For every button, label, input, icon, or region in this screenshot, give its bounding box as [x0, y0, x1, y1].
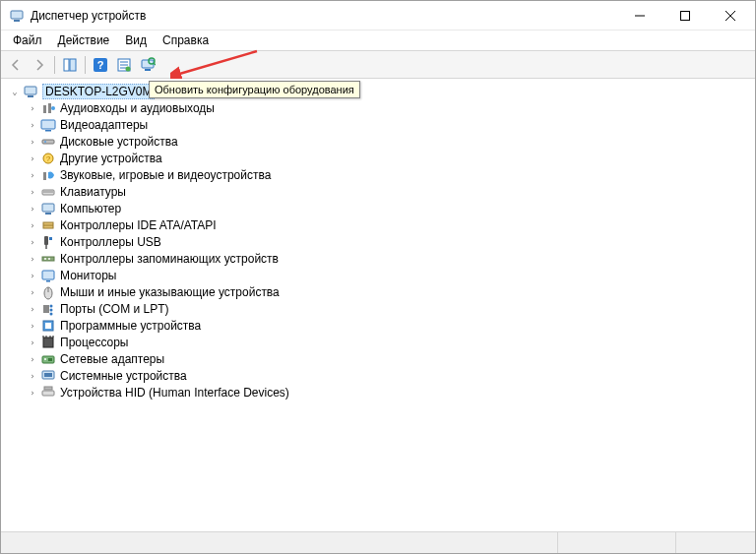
tree-category[interactable]: ›Программные устройства — [3, 317, 755, 334]
menu-view[interactable]: Вид — [117, 31, 155, 49]
status-cell — [558, 532, 676, 553]
computer-icon — [23, 84, 38, 99]
tree-category[interactable]: ›Сетевые адаптеры — [3, 350, 755, 367]
category-label: Контроллеры USB — [60, 235, 161, 249]
tree-category[interactable]: ›Контроллеры USB — [3, 233, 755, 250]
category-icon — [40, 268, 56, 283]
svg-point-14 — [126, 66, 131, 71]
category-label: Дисковые устройства — [60, 135, 178, 149]
expander-icon[interactable]: › — [25, 134, 40, 150]
category-icon — [40, 167, 56, 183]
svg-point-42 — [48, 258, 50, 260]
svg-rect-47 — [43, 305, 49, 313]
svg-rect-39 — [49, 237, 52, 240]
svg-rect-0 — [11, 11, 23, 19]
tree-category[interactable]: ›Порты (COM и LPT) — [3, 300, 755, 317]
expander-icon[interactable]: › — [25, 217, 40, 233]
category-icon — [40, 318, 56, 334]
svg-rect-52 — [45, 323, 51, 329]
back-button[interactable] — [5, 54, 27, 76]
expander-icon[interactable]: › — [25, 284, 40, 300]
tree-root[interactable]: ⌄ DESKTOP-L2GV0M — [3, 83, 755, 99]
tree-category[interactable]: ›?Другие устройства — [3, 150, 755, 166]
expander-icon[interactable]: › — [25, 251, 40, 267]
svg-rect-43 — [42, 271, 54, 279]
expander-icon[interactable]: › — [25, 167, 40, 183]
category-icon — [40, 201, 56, 216]
svg-rect-20 — [25, 87, 36, 94]
expander-icon[interactable]: › — [25, 301, 40, 317]
category-label: Компьютер — [60, 202, 121, 215]
category-label: Сетевые адаптеры — [60, 352, 164, 366]
svg-line-19 — [176, 51, 257, 75]
category-label: Другие устройства — [60, 152, 162, 165]
expander-icon[interactable]: › — [25, 117, 40, 133]
category-icon — [40, 234, 56, 250]
expander-icon[interactable]: › — [25, 335, 40, 350]
category-label: Клавиатуры — [60, 185, 126, 199]
forward-button[interactable] — [29, 54, 50, 76]
svg-rect-22 — [43, 105, 46, 113]
tree-category[interactable]: ›Мыши и иные указывающие устройства — [3, 283, 755, 300]
svg-rect-35 — [45, 213, 51, 215]
tree-category[interactable]: ›Видеоадаптеры — [3, 116, 755, 133]
svg-point-48 — [50, 304, 53, 307]
expander-icon[interactable]: › — [25, 184, 40, 200]
svg-point-41 — [44, 258, 46, 260]
svg-point-50 — [50, 312, 53, 315]
minimize-button[interactable] — [617, 2, 662, 30]
expander-icon[interactable]: ⌄ — [7, 84, 23, 99]
category-label: Контроллеры запоминающих устройств — [60, 252, 279, 266]
category-icon — [40, 117, 56, 133]
tree-pane[interactable]: Обновить конфигурацию оборудования ⌄ DES… — [1, 79, 755, 531]
tree-category[interactable]: ›Устройства HID (Human Interface Devices… — [3, 384, 755, 400]
tree-category[interactable]: ›Контроллеры запоминающих устройств — [3, 250, 755, 267]
expander-icon[interactable]: › — [25, 368, 40, 384]
expander-icon[interactable]: › — [25, 234, 40, 250]
category-icon — [40, 134, 56, 150]
properties-button[interactable] — [113, 54, 135, 76]
tree-category[interactable]: ›Дисковые устройства — [3, 133, 755, 150]
tree-category[interactable]: ›Аудиовходы и аудиовыходы — [3, 99, 755, 116]
tree-category[interactable]: ›Клавиатуры — [3, 183, 755, 200]
statusbar — [1, 531, 755, 553]
tree-category[interactable]: ›Контроллеры IDE ATA/ATAPI — [3, 216, 755, 233]
close-button[interactable] — [708, 2, 753, 30]
expander-icon[interactable]: › — [25, 268, 40, 283]
tree-category[interactable]: ›Звуковые, игровые и видеоустройства — [3, 166, 755, 183]
svg-rect-53 — [43, 338, 53, 347]
category-icon — [40, 100, 56, 116]
tree-root-label: DESKTOP-L2GV0M — [42, 84, 155, 99]
svg-rect-44 — [46, 280, 50, 282]
expander-icon[interactable]: › — [25, 385, 40, 400]
window-controls — [617, 2, 753, 30]
app-icon — [9, 8, 25, 24]
help-button[interactable]: ? — [90, 54, 111, 76]
status-cell — [1, 532, 558, 553]
toolbar-separator — [54, 56, 55, 74]
tree-category[interactable]: ›Системные устройства — [3, 367, 755, 384]
expander-icon[interactable]: › — [25, 151, 40, 166]
category-icon — [40, 335, 56, 350]
tree-category[interactable]: ›Процессоры — [3, 334, 755, 350]
category-icon — [40, 184, 56, 200]
menu-action[interactable]: Действие — [50, 31, 118, 49]
tree-category[interactable]: ›Компьютер — [3, 200, 755, 216]
show-hide-tree-button[interactable] — [59, 54, 81, 76]
category-icon: ? — [40, 151, 56, 166]
category-icon — [40, 251, 56, 267]
category-label: Программные устройства — [60, 319, 201, 333]
maximize-button[interactable] — [662, 2, 708, 30]
expander-icon[interactable]: › — [25, 318, 40, 334]
expander-icon[interactable]: › — [25, 351, 40, 367]
toolbar: ? — [1, 51, 755, 79]
menubar: Файл Действие Вид Справка — [1, 31, 755, 51]
scan-hardware-button[interactable] — [137, 54, 158, 76]
menu-help[interactable]: Справка — [155, 31, 217, 49]
svg-rect-26 — [45, 130, 51, 132]
expander-icon[interactable]: › — [25, 100, 40, 116]
svg-text:?: ? — [97, 59, 104, 71]
tree-category[interactable]: ›Мониторы — [3, 267, 755, 283]
menu-file[interactable]: Файл — [5, 31, 50, 49]
expander-icon[interactable]: › — [25, 201, 40, 216]
